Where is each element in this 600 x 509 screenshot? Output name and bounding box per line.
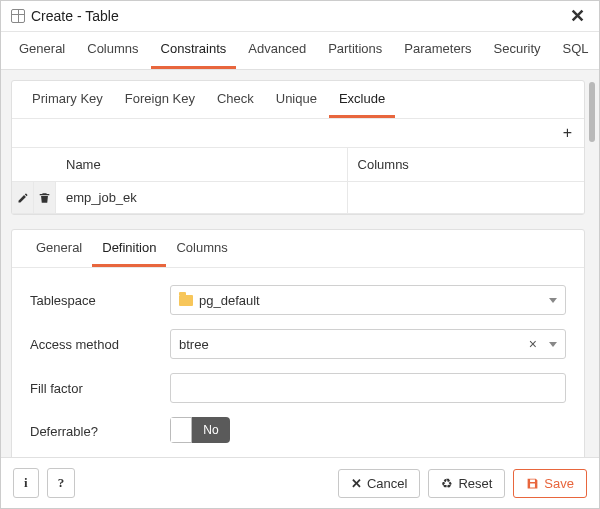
access-method-label: Access method <box>30 337 170 352</box>
close-icon: ✕ <box>351 476 362 491</box>
constraint-form-body: Tablespace pg_default Access method btre… <box>12 268 584 457</box>
tab-parameters[interactable]: Parameters <box>394 32 481 69</box>
constraint-type-tabs: Primary Key Foreign Key Check Unique Exc… <box>12 81 584 119</box>
subtab-foreign-key[interactable]: Foreign Key <box>115 81 205 118</box>
grid-cell-name[interactable]: emp_job_ek <box>56 182 348 213</box>
tab-partitions[interactable]: Partitions <box>318 32 392 69</box>
tab-columns[interactable]: Columns <box>77 32 148 69</box>
subtab-primary-key[interactable]: Primary Key <box>22 81 113 118</box>
fill-factor-label: Fill factor <box>30 381 170 396</box>
deferrable-toggle[interactable]: No <box>170 417 230 443</box>
constraint-form-tabs: General Definition Columns <box>12 230 584 268</box>
dialog-footer: i ? ✕ Cancel ♻ Reset Save <box>1 457 599 508</box>
cancel-button[interactable]: ✕ Cancel <box>338 469 420 498</box>
delete-row-button[interactable] <box>34 182 55 213</box>
scrollbar-thumb[interactable] <box>589 82 595 142</box>
edit-row-button[interactable] <box>12 182 34 213</box>
recycle-icon: ♻ <box>441 476 453 491</box>
constraints-panel: Primary Key Foreign Key Check Unique Exc… <box>11 80 585 215</box>
folder-icon <box>179 295 193 306</box>
body-area: Primary Key Foreign Key Check Unique Exc… <box>1 70 599 457</box>
clear-access-method-button[interactable]: × <box>529 336 537 352</box>
tablespace-value: pg_default <box>199 293 541 308</box>
deferrable-value: No <box>192 417 230 443</box>
constraint-form-panel: General Definition Columns Tablespace pg… <box>11 229 585 457</box>
fill-factor-input[interactable] <box>170 373 566 403</box>
tab-security[interactable]: Security <box>484 32 551 69</box>
tab-constraints[interactable]: Constraints <box>151 32 237 69</box>
subtab-exclude[interactable]: Exclude <box>329 81 395 118</box>
access-method-select[interactable]: btree × <box>170 329 566 359</box>
grid-add-row: + <box>12 119 584 148</box>
formtab-definition[interactable]: Definition <box>92 230 166 267</box>
create-table-dialog: Create - Table ✕ General Columns Constra… <box>0 0 600 509</box>
main-tabbar: General Columns Constraints Advanced Par… <box>1 32 599 70</box>
toggle-knob <box>170 417 192 443</box>
close-button[interactable]: ✕ <box>566 7 589 25</box>
subtab-unique[interactable]: Unique <box>266 81 327 118</box>
tablespace-select[interactable]: pg_default <box>170 285 566 315</box>
help-button[interactable]: ? <box>47 468 76 498</box>
deferrable-label: Deferrable? <box>30 424 170 439</box>
grid-row: emp_job_ek <box>12 182 584 214</box>
chevron-down-icon <box>549 342 557 347</box>
chevron-down-icon <box>549 298 557 303</box>
titlebar: Create - Table ✕ <box>1 1 599 32</box>
access-method-value: btree <box>179 337 529 352</box>
grid-header: Name Columns <box>12 148 584 182</box>
tab-advanced[interactable]: Advanced <box>238 32 316 69</box>
subtab-check[interactable]: Check <box>207 81 264 118</box>
table-icon <box>11 9 25 23</box>
grid-cell-columns[interactable] <box>348 182 584 213</box>
grid-header-name: Name <box>56 148 348 181</box>
info-button[interactable]: i <box>13 468 39 498</box>
dialog-title: Create - Table <box>31 8 566 24</box>
tab-general[interactable]: General <box>9 32 75 69</box>
reset-button[interactable]: ♻ Reset <box>428 469 505 498</box>
save-button[interactable]: Save <box>513 469 587 498</box>
save-icon <box>526 477 539 490</box>
formtab-columns[interactable]: Columns <box>166 230 237 267</box>
grid-header-columns: Columns <box>348 148 584 181</box>
formtab-general[interactable]: General <box>26 230 92 267</box>
tab-sql[interactable]: SQL <box>553 32 599 69</box>
add-constraint-button[interactable]: + <box>551 119 584 147</box>
tablespace-label: Tablespace <box>30 293 170 308</box>
